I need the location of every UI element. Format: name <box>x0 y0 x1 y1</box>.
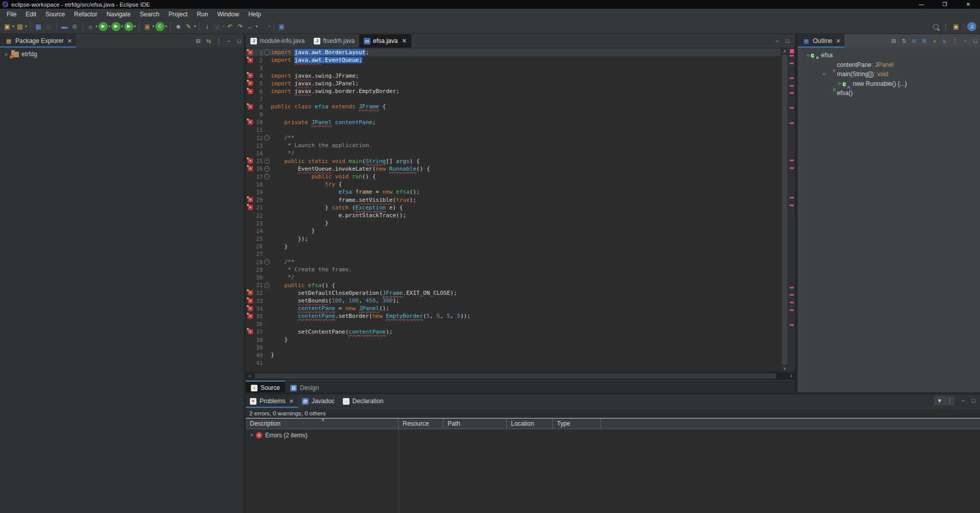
save-all-button[interactable]: ▩ <box>44 22 53 31</box>
new-java-package-icon[interactable]: ▣ <box>143 22 152 31</box>
outline-item[interactable]: >main(String[]) : void <box>821 69 889 79</box>
overview-error-mark[interactable] <box>789 77 794 79</box>
column-header-path[interactable]: Path <box>444 418 507 429</box>
code-editor[interactable]: ×××××××××××××××× 12345678910111213141516… <box>246 48 795 372</box>
search-icon[interactable] <box>931 22 940 31</box>
close-icon[interactable]: ✕ <box>402 37 407 44</box>
debug-icon[interactable]: ☼ <box>86 22 95 31</box>
tab-javadoc[interactable]: @Javadoc <box>298 394 339 408</box>
new-wizard-button[interactable]: ▣▾ <box>3 22 14 31</box>
open-perspective-button[interactable]: ▣ <box>951 22 961 31</box>
editor-tab-module-info.java[interactable]: Jmodule-info.java <box>246 34 309 48</box>
code-text[interactable]: import java.awt.BorderLayout;import java… <box>271 49 781 367</box>
collapse-all-icon[interactable]: ⊟ <box>889 36 898 45</box>
save-button[interactable]: ▦ <box>34 22 43 31</box>
overview-error-mark[interactable] <box>789 92 794 94</box>
dropdown-caret-icon[interactable]: ▾ <box>108 24 110 29</box>
fold-toggle-icon[interactable]: − <box>264 259 270 265</box>
minimize-icon[interactable]: − <box>959 396 968 405</box>
vertical-scrollbar[interactable]: ∧ ∨ <box>781 48 788 372</box>
tab-outline[interactable]: ▦ Outline ✕ <box>798 34 845 48</box>
horizontal-scrollbar[interactable]: ‹ › <box>246 372 795 380</box>
overview-error-mark[interactable] <box>789 309 794 311</box>
view-menu-icon[interactable]: ⋮ <box>214 36 223 45</box>
hide-fields-icon[interactable]: ⊘ <box>909 36 919 45</box>
run-button[interactable]: ▶▾ <box>99 22 110 31</box>
menu-navigate[interactable]: Navigate <box>102 10 135 19</box>
dropdown-caret-icon[interactable]: ▾ <box>222 24 224 29</box>
menu-search[interactable]: Search <box>135 10 164 19</box>
overview-error-mark[interactable] <box>789 287 794 289</box>
overview-error-mark[interactable] <box>789 294 794 296</box>
tab-declaration[interactable]: →Declaration <box>339 394 388 408</box>
minimize-icon[interactable]: − <box>773 36 782 45</box>
dropdown-caret-icon[interactable]: ▾ <box>96 24 98 29</box>
fold-toggle-icon[interactable]: − <box>264 166 270 172</box>
back-icon[interactable]: ← <box>246 22 255 31</box>
dropdown-caret-icon[interactable]: ▾ <box>165 24 167 29</box>
open-task-icon[interactable]: ✎ <box>184 22 193 31</box>
vertical-scrollbar-thumb[interactable] <box>782 55 787 365</box>
overview-error-mark[interactable] <box>789 204 794 206</box>
menu-help[interactable]: Help <box>244 10 266 19</box>
overview-ruler[interactable] <box>788 48 795 372</box>
maximize-icon[interactable]: □ <box>783 36 792 45</box>
overview-error-mark[interactable] <box>789 107 794 109</box>
overview-error-mark[interactable] <box>789 159 794 161</box>
editor-tab-efsa.java[interactable]: ▭efsa.java✕ <box>359 34 411 48</box>
open-type-button[interactable]: ☻ <box>174 22 183 31</box>
overview-error-mark[interactable] <box>789 85 794 87</box>
overflow-menu-button[interactable]: ⋮ <box>941 22 950 31</box>
tab-package-explorer[interactable]: ▦ Package Explorer ✕ <box>0 34 76 48</box>
overview-error-mark[interactable] <box>789 324 794 326</box>
menu-source[interactable]: Source <box>41 10 69 19</box>
dropdown-caret-icon[interactable]: ▾ <box>152 24 154 29</box>
hide-non-public-members-icon[interactable]: ● <box>930 36 939 45</box>
scroll-down-icon[interactable]: ∨ <box>781 365 788 372</box>
column-header-resource[interactable]: Resource <box>399 418 444 429</box>
next-annotation-button[interactable]: ▣▾ <box>213 22 224 31</box>
minimize-icon[interactable]: − <box>961 36 970 45</box>
problems-row[interactable]: >×Errors (2 items) <box>246 430 980 440</box>
view-menu-icon[interactable]: ⋮ <box>945 396 954 405</box>
close-icon[interactable]: ✕ <box>289 398 294 405</box>
chevron-icon[interactable]: > <box>805 52 811 58</box>
new-java-package-button[interactable]: ▣▾ <box>143 22 154 31</box>
menu-run[interactable]: Run <box>192 10 213 19</box>
last-edit-location-button[interactable]: ↓ <box>202 22 212 31</box>
dropdown-caret-icon[interactable]: ▾ <box>134 24 136 29</box>
dropdown-caret-icon[interactable]: ▾ <box>121 24 123 29</box>
search-button[interactable] <box>931 22 940 31</box>
dropdown-caret-icon[interactable]: ▾ <box>25 24 27 29</box>
minimize-window-button[interactable]: — <box>909 0 933 9</box>
collapse-all-icon[interactable]: ⊟ <box>194 36 203 45</box>
dropdown-caret-icon[interactable]: ▾ <box>12 24 14 29</box>
view-menu-icon[interactable]: ⋮ <box>950 36 960 45</box>
forward-history-button[interactable]: ↷ <box>236 22 245 31</box>
pin-editor-button[interactable]: ▣ <box>277 22 286 31</box>
chevron-icon[interactable]: > <box>836 81 843 86</box>
outline-item[interactable]: efsa() <box>821 88 853 98</box>
overview-error-mark[interactable] <box>789 301 794 304</box>
tab-problems[interactable]: ×Problems✕ <box>246 394 298 408</box>
fold-toggle-icon[interactable]: − <box>264 283 270 288</box>
open-console-button[interactable]: ▬ <box>60 22 69 31</box>
pin-editor-icon[interactable]: ▣ <box>277 22 286 31</box>
java-perspective-icon[interactable]: J <box>967 22 976 31</box>
overview-error-mark[interactable] <box>789 197 794 199</box>
chevron-icon[interactable]: > <box>249 432 255 438</box>
menu-edit[interactable]: Edit <box>21 10 41 19</box>
overview-error-mark[interactable] <box>789 167 794 169</box>
java-perspective-button[interactable]: J <box>967 22 976 31</box>
overview-error-mark[interactable] <box>789 122 794 124</box>
overflow-menu-icon[interactable]: ⋮ <box>941 22 950 31</box>
coverage-button[interactable]: ▶▾ <box>111 22 123 31</box>
maximize-icon[interactable]: □ <box>235 36 244 45</box>
new-java-project-button[interactable]: ▤▾ <box>15 22 27 31</box>
column-header-location[interactable]: Location <box>507 418 553 429</box>
open-type-icon[interactable]: ☻ <box>174 22 183 31</box>
open-task-button[interactable]: ✎▾ <box>184 22 196 31</box>
menu-file[interactable]: File <box>2 10 21 19</box>
outline-item[interactable]: >Cefsa <box>805 51 833 60</box>
filter-icon[interactable]: ▼ <box>935 396 944 405</box>
